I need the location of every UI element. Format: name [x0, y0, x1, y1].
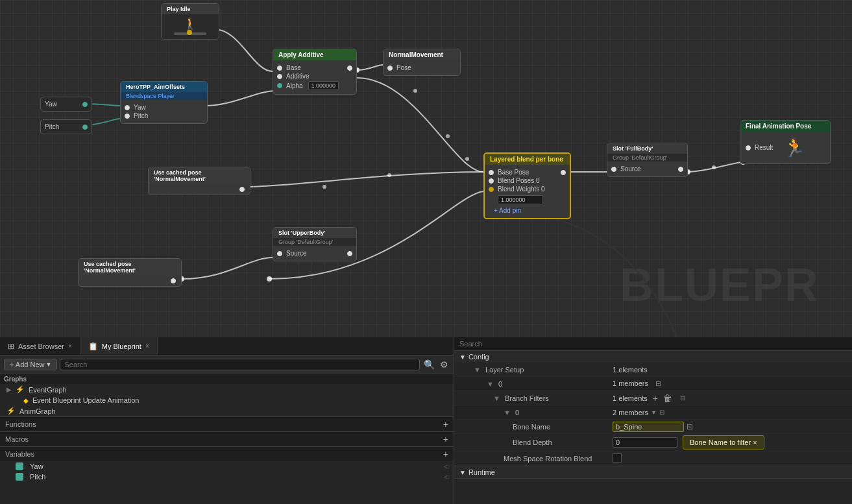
asset-browser-close[interactable]: × [68, 342, 72, 350]
bf-index-0-expand[interactable]: ⊟ [659, 409, 664, 416]
bone-name-collapse-icon: ⊟ [687, 422, 693, 431]
apply-additive-output-pin [347, 66, 352, 71]
slot-fullbody-source-input [611, 167, 616, 172]
slot-upperbody-header: Slot 'UpperBody' [273, 228, 356, 238]
branch-filters-collapse[interactable]: ⊟ [680, 394, 685, 402]
cached-normal2-node[interactable]: Use cached pose 'NormalMovement' [78, 258, 182, 287]
svg-point-10 [323, 185, 326, 189]
anim-graph-item[interactable]: ⚡ AnimGraph [0, 405, 454, 416]
svg-point-9 [465, 157, 469, 161]
mesh-space-checkbox-input[interactable] [613, 453, 622, 462]
filter-icon-button[interactable]: ⚙ [439, 358, 450, 371]
normal-movement-pose-input [387, 66, 393, 71]
my-blueprint-close[interactable]: × [145, 342, 149, 350]
details-search-input[interactable] [454, 337, 852, 351]
variables-add-button[interactable]: + [443, 449, 448, 459]
final-pose-char-icon: 🏃 [783, 137, 806, 158]
normal-movement-node[interactable]: NormalMovement Pose [383, 49, 461, 76]
layered-blend-node[interactable]: Layered blend per bone Base Pose Blend P… [483, 152, 571, 219]
yaw-variable-node[interactable]: Yaw [40, 97, 92, 112]
config-arrow: ▼ [459, 354, 466, 361]
anim-graph-icon: ⚡ [6, 407, 16, 415]
slot-upperbody-output-pin [347, 251, 352, 256]
event-graph-icon: ⚡ [16, 385, 25, 394]
right-panel: ▼ Config ▼ Layer Setup 1 elements [454, 337, 852, 504]
blend-weights-value-input[interactable] [498, 195, 543, 204]
runtime-arrow: ▼ [459, 469, 466, 476]
my-blueprint-tab[interactable]: 📋 My Blueprint × [80, 337, 158, 355]
final-pose-header: Final Animation Pose [740, 121, 830, 132]
tree-container: Graphs ▶ ⚡ EventGraph ◆ Event Blueprint … [0, 374, 454, 504]
pitch-variable-item[interactable]: Pitch ◁ [0, 472, 454, 482]
branch-filters-add[interactable]: + [653, 393, 658, 403]
asset-browser-tab[interactable]: ⊞ Asset Browser × [0, 337, 80, 355]
branch-filters-delete[interactable]: 🗑 [663, 393, 672, 403]
add-pin-button[interactable]: + Add pin [489, 206, 566, 215]
layer-setup-arrow[interactable]: ▼ [474, 366, 481, 374]
branch-filters-value: 1 elements + 🗑 ⊟ [610, 392, 852, 405]
variables-section-header[interactable]: Variables + [0, 446, 454, 461]
add-new-button[interactable]: + Add New ▼ [4, 359, 57, 370]
additive-input-pin [277, 74, 282, 79]
slot-upperbody-node[interactable]: Slot 'UpperBody' Group 'DefaultGroup' So… [273, 227, 357, 261]
macros-section-header[interactable]: Macros + [0, 431, 454, 446]
slot-fullbody-header: Slot 'FullBody' [607, 143, 687, 154]
final-pose-node[interactable]: Final Animation Pose Result 🏃 [740, 120, 831, 164]
hero-tpp-header: HeroTPP_AimOffsets [121, 82, 207, 92]
layered-blend-header: Layered blend per bone [485, 154, 570, 165]
yaw-variable-icon [16, 462, 23, 470]
runtime-section-header[interactable]: ▼ Runtime [454, 466, 852, 478]
cached-normal1-header: Use cached pose 'NormalMovement' [149, 167, 250, 184]
svg-point-15 [712, 165, 716, 169]
yaw-output-pin [82, 102, 88, 107]
normal-movement-header: NormalMovement [383, 49, 460, 60]
layer-setup-row: ▼ Layer Setup 1 elements [454, 363, 852, 377]
branch-filters-arrow[interactable]: ▼ [493, 394, 500, 402]
play-idle-node[interactable]: Play Idle 🚶 [161, 3, 219, 40]
hero-tpp-yaw-input [125, 105, 130, 110]
blend-depth-value: Bone Name to filter × [610, 434, 852, 451]
event-icon: ◆ [23, 397, 29, 404]
blend-depth-input[interactable] [613, 437, 677, 448]
mesh-space-checkbox [610, 452, 852, 465]
search-icon-button[interactable]: 🔍 [422, 358, 436, 371]
bone-name-input[interactable] [613, 422, 684, 432]
event-blueprint-update-item[interactable]: ◆ Event Blueprint Update Animation [0, 395, 454, 405]
base-input-pin [277, 66, 282, 71]
hero-tpp-node[interactable]: HeroTPP_AimOffsets Blendspace Player Yaw… [120, 81, 208, 124]
canvas-area: BLUEPR [0, 0, 852, 337]
base-pose-input [489, 170, 494, 175]
macros-add-button[interactable]: + [443, 434, 448, 444]
functions-add-button[interactable]: + [443, 419, 448, 429]
asset-browser-icon: ⊞ [8, 342, 14, 351]
pitch-filter-icon: ◁ [444, 474, 448, 480]
bf-index-0-collapse[interactable]: ▾ [652, 409, 655, 416]
bf-index-0-arrow[interactable]: ▼ [504, 409, 511, 416]
bf-index-0-members: 2 members ▾ ⊟ [610, 407, 852, 418]
pitch-variable-icon [16, 473, 23, 481]
blueprint-watermark: BLUEPR [620, 258, 820, 311]
play-idle-char-icon: 🚶 [164, 17, 216, 31]
search-input[interactable] [60, 359, 420, 370]
event-graph-item[interactable]: ▶ ⚡ EventGraph [0, 384, 454, 395]
index-0-arrow[interactable]: ▼ [487, 380, 494, 388]
slot-fullbody-subheader: Group 'DefaultGroup' [607, 154, 687, 162]
apply-additive-node[interactable]: Apply Additive Base Additive Alpha1.0000… [273, 49, 357, 95]
pitch-variable-node[interactable]: Pitch [40, 119, 92, 134]
bottom-panels: ⊞ Asset Browser × 📋 My Blueprint × + Add… [0, 337, 852, 504]
svg-point-8 [446, 134, 450, 138]
play-idle-slider[interactable] [174, 32, 206, 35]
canvas-background[interactable]: BLUEPR [0, 0, 852, 337]
bone-name-value: ⊟ [610, 420, 852, 433]
slot-fullbody-node[interactable]: Slot 'FullBody' Group 'DefaultGroup' Sou… [607, 143, 688, 177]
blend-depth-row: Blend Depth Bone Name to filter × [454, 434, 852, 451]
yaw-variable-item[interactable]: Yaw ◁ [0, 461, 454, 472]
alpha-input-pin [277, 83, 282, 88]
index-0-collapse[interactable]: ⊟ [655, 379, 661, 387]
config-section-header[interactable]: ▼ Config [454, 351, 852, 363]
cached-normal1-node[interactable]: Use cached pose 'NormalMovement' [148, 167, 250, 195]
bf-index-0-row: ▼ 0 2 members ▾ ⊟ [454, 405, 852, 420]
pitch-label: Pitch [45, 123, 59, 130]
left-panel-tabs: ⊞ Asset Browser × 📋 My Blueprint × [0, 337, 454, 355]
functions-section-header[interactable]: Functions + [0, 416, 454, 431]
